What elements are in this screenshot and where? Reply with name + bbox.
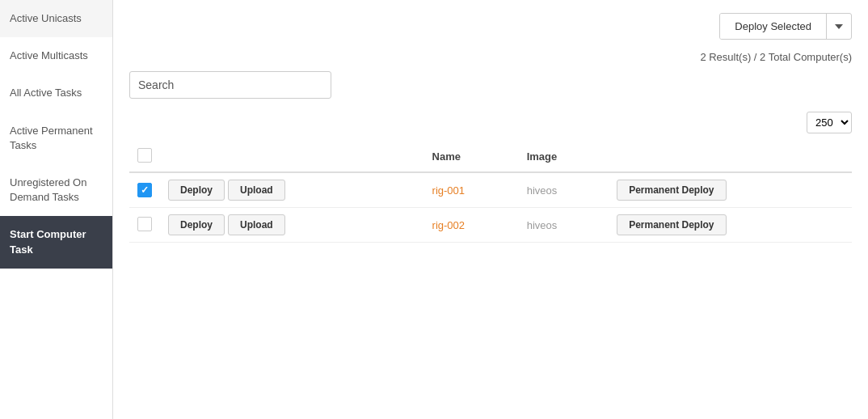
- per-page-selector: 102550100250500: [129, 112, 852, 133]
- actions-header: [160, 142, 424, 172]
- row-name: rig-002: [424, 208, 519, 243]
- permanent-deploy-button[interactable]: Permanent Deploy: [617, 180, 726, 201]
- row-name: rig-001: [424, 172, 519, 208]
- sidebar-item-active-multicasts[interactable]: Active Multicasts: [0, 37, 112, 74]
- upload-button[interactable]: Upload: [228, 180, 285, 201]
- search-input[interactable]: [129, 71, 331, 99]
- permanent-deploy-button[interactable]: Permanent Deploy: [617, 214, 726, 235]
- deploy-button[interactable]: Deploy: [168, 180, 225, 201]
- row-image: hiveos: [519, 172, 609, 208]
- top-bar: Deploy Selected: [129, 13, 852, 40]
- select-all-cell: [129, 142, 160, 172]
- sidebar-item-all-active-tasks[interactable]: All Active Tasks: [0, 74, 112, 112]
- row-perm-deploy-cell: Permanent Deploy: [609, 208, 852, 243]
- main-content: Deploy Selected 2 Result(s) / 2 Total Co…: [113, 0, 868, 419]
- upload-button[interactable]: Upload: [228, 214, 285, 235]
- perm-deploy-header: [609, 142, 852, 172]
- row-checkbox-cell: [129, 208, 160, 243]
- row-checkbox[interactable]: [137, 183, 152, 197]
- row-perm-deploy-cell: Permanent Deploy: [609, 172, 852, 208]
- per-page-select[interactable]: 102550100250500: [807, 112, 852, 133]
- sidebar-item-unregistered-on-demand-tasks[interactable]: Unregistered On Demand Tasks: [0, 164, 112, 216]
- deploy-selected-label: Deploy Selected: [720, 14, 827, 39]
- row-actions-cell: DeployUpload: [160, 172, 424, 208]
- chevron-down-icon: [835, 24, 843, 29]
- results-info: 2 Result(s) / 2 Total Computer(s): [129, 51, 852, 63]
- deploy-selected-dropdown-arrow[interactable]: [827, 18, 851, 36]
- row-actions-cell: DeployUpload: [160, 208, 424, 243]
- row-checkbox-cell: [129, 172, 160, 208]
- deploy-selected-button[interactable]: Deploy Selected: [719, 13, 852, 40]
- sidebar-item-start-computer-task[interactable]: Start Computer Task: [0, 216, 112, 268]
- row-checkbox[interactable]: [137, 217, 152, 231]
- table-header-row: Name Image: [129, 142, 852, 172]
- computers-table: Name Image DeployUploadrig-001hiveosPerm…: [129, 142, 852, 243]
- deploy-button[interactable]: Deploy: [168, 214, 225, 235]
- sidebar-item-active-permanent-tasks[interactable]: Active Permanent Tasks: [0, 112, 112, 164]
- sidebar: Active UnicastsActive MulticastsAll Acti…: [0, 0, 113, 419]
- results-text: 2 Result(s) / 2 Total Computer(s): [700, 51, 852, 63]
- name-header: Name: [424, 142, 519, 172]
- search-bar: [129, 71, 852, 99]
- image-header: Image: [519, 142, 609, 172]
- sidebar-item-active-unicasts[interactable]: Active Unicasts: [0, 0, 112, 37]
- table-row: DeployUploadrig-002hiveosPermanent Deplo…: [129, 208, 852, 243]
- table-row: DeployUploadrig-001hiveosPermanent Deplo…: [129, 172, 852, 208]
- select-all-checkbox[interactable]: [137, 148, 152, 163]
- row-image: hiveos: [519, 208, 609, 243]
